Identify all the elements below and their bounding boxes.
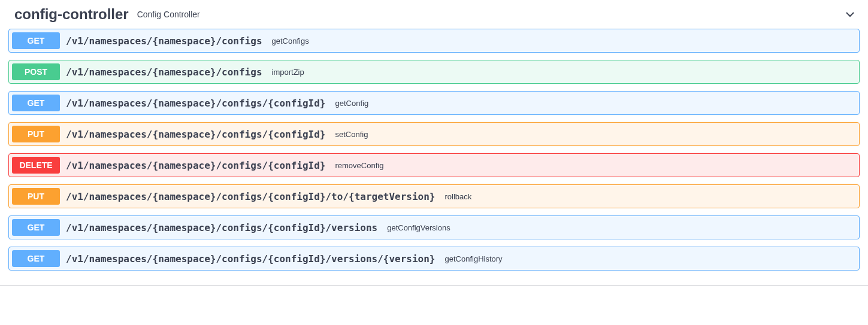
tag-description: Config Controller — [137, 10, 200, 19]
operation-path: /v1/namespaces/{namespace}/configs/{conf… — [60, 98, 331, 109]
http-method-badge: GET — [12, 32, 60, 49]
operation-getConfig[interactable]: GET /v1/namespaces/{namespace}/configs/{… — [8, 91, 860, 115]
operation-rollback[interactable]: PUT /v1/namespaces/{namespace}/configs/{… — [8, 184, 860, 208]
collapse-toggle[interactable] — [844, 8, 856, 20]
http-method-badge: PUT — [12, 188, 60, 205]
operation-summary: GET /v1/namespaces/{namespace}/configs/{… — [9, 247, 859, 270]
operation-summary: GET /v1/namespaces/{namespace}/configs/{… — [9, 92, 859, 114]
operation-path: /v1/namespaces/{namespace}/configs/{conf… — [60, 253, 441, 265]
operations-list: GET /v1/namespaces/{namespace}/configs g… — [0, 29, 868, 285]
operation-id: setConfig — [331, 130, 371, 139]
operation-path: /v1/namespaces/{namespace}/configs/{conf… — [60, 129, 331, 140]
http-method-badge: GET — [12, 95, 60, 111]
chevron-down-icon — [844, 8, 856, 20]
operation-summary: PUT /v1/namespaces/{namespace}/configs/{… — [9, 123, 859, 145]
operation-summary: GET /v1/namespaces/{namespace}/configs/{… — [9, 216, 859, 239]
http-method-badge: POST — [12, 63, 60, 80]
operation-getConfigVersions[interactable]: GET /v1/namespaces/{namespace}/configs/{… — [8, 215, 860, 239]
http-method-badge: GET — [12, 250, 60, 267]
http-method-badge: DELETE — [12, 157, 60, 174]
operation-path: /v1/namespaces/{namespace}/configs/{conf… — [60, 160, 331, 171]
operation-summary: PUT /v1/namespaces/{namespace}/configs/{… — [9, 185, 859, 208]
operation-path: /v1/namespaces/{namespace}/configs/{conf… — [60, 191, 441, 202]
operation-id: rollback — [441, 192, 476, 201]
operation-id: getConfig — [331, 99, 372, 108]
operation-id: removeConfig — [331, 161, 387, 170]
operation-id: getConfigs — [268, 37, 313, 45]
operation-removeConfig[interactable]: DELETE /v1/namespaces/{namespace}/config… — [8, 153, 860, 177]
tag-section: config-controller Config Controller GET … — [0, 0, 868, 285]
operation-id: getConfigHistory — [441, 254, 506, 263]
operation-importZip[interactable]: POST /v1/namespaces/{namespace}/configs … — [8, 60, 860, 84]
http-method-badge: GET — [12, 219, 60, 236]
operation-id: getConfigVersions — [383, 223, 454, 232]
operation-setConfig[interactable]: PUT /v1/namespaces/{namespace}/configs/{… — [8, 122, 860, 146]
operation-getConfigs[interactable]: GET /v1/namespaces/{namespace}/configs g… — [8, 29, 860, 53]
operation-path: /v1/namespaces/{namespace}/configs — [60, 66, 268, 78]
operation-summary: GET /v1/namespaces/{namespace}/configs g… — [9, 29, 859, 52]
http-method-badge: PUT — [12, 126, 60, 142]
tag-name: config-controller — [14, 6, 129, 23]
operation-summary: POST /v1/namespaces/{namespace}/configs … — [9, 60, 859, 83]
operation-path: /v1/namespaces/{namespace}/configs/{conf… — [60, 222, 383, 233]
tag-header[interactable]: config-controller Config Controller — [0, 0, 868, 29]
operation-getConfigHistory[interactable]: GET /v1/namespaces/{namespace}/configs/{… — [8, 247, 860, 271]
operation-id: importZip — [268, 68, 308, 77]
operation-path: /v1/namespaces/{namespace}/configs — [60, 35, 268, 47]
operation-summary: DELETE /v1/namespaces/{namespace}/config… — [9, 154, 859, 177]
